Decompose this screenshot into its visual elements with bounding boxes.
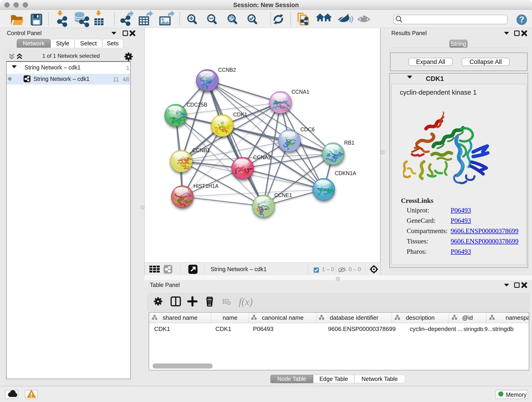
svg-text:CDC6: CDC6 [300,127,315,133]
svg-text:CDKN1A: CDKN1A [335,170,356,176]
svg-text:RB1: RB1 [344,140,355,146]
svg-text:CCNA2: CCNA2 [253,154,271,160]
svg-text:CDC25B: CDC25B [186,102,207,108]
svg-text:CCNB2: CCNB2 [218,67,236,73]
svg-text:HIST1H1A: HIST1H1A [193,183,219,189]
svg-text:CCNA1: CCNA1 [291,89,309,95]
svg-text:CCNE1: CCNE1 [274,192,292,198]
svg-text:CDK1: CDK1 [233,112,247,118]
svg-text:CCNB1: CCNB1 [192,147,210,153]
